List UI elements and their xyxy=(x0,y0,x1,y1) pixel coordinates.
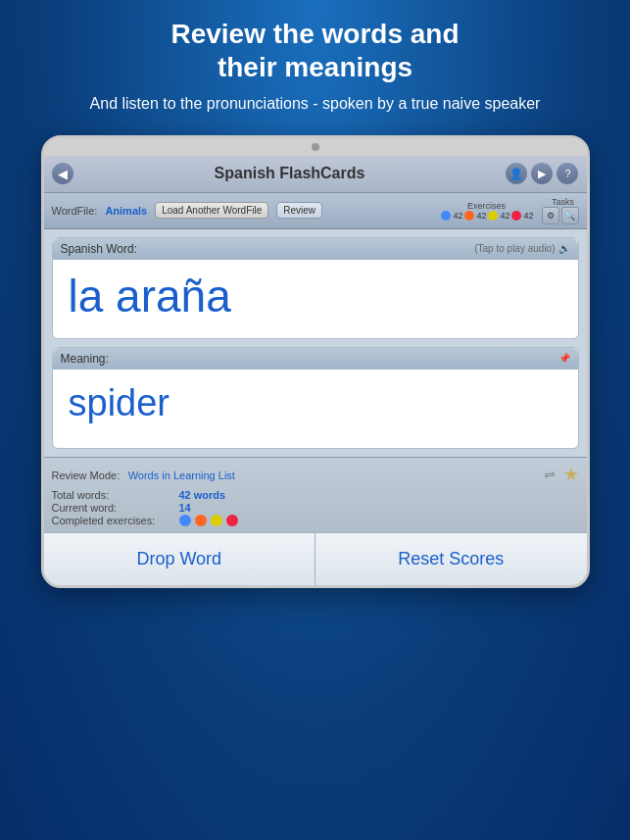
spanish-card-header: Spanish Word: (Tap to play audio) 🔊 xyxy=(53,238,578,260)
exercise-count-yellow: 42 xyxy=(500,211,509,221)
shuffle-icon[interactable]: ⇌ xyxy=(544,467,556,482)
stats-header-row: Review Mode: Words in Learning List ⇌ ★ xyxy=(52,464,579,485)
audio-icon: 🔊 xyxy=(558,243,570,254)
app-content: ◀ Spanish FlashCards 👤 ▶ ? WordFile: Ani… xyxy=(44,156,587,585)
review-mode-value: Words in Learning List xyxy=(128,469,235,481)
review-mode-row: Review Mode: Words in Learning List xyxy=(52,466,235,483)
stats-section: Review Mode: Words in Learning List ⇌ ★ … xyxy=(44,457,587,532)
nav-back-button[interactable]: ◀ xyxy=(52,163,73,184)
current-word-row: Current word: 14 xyxy=(52,502,579,514)
wordfile-label: WordFile: xyxy=(52,205,98,217)
nav-title: Spanish FlashCards xyxy=(215,165,365,182)
completed-exercises-label: Completed exercises: xyxy=(52,515,179,526)
wordfile-name: Animals xyxy=(105,205,147,217)
tasks-section: Tasks ⚙ 🔍 xyxy=(542,197,579,224)
background-subtitle: And listen to the pronunciations - spoke… xyxy=(90,93,541,115)
bottom-buttons: Drop Word Reset Scores xyxy=(44,532,587,585)
total-words-label: Total words: xyxy=(52,489,179,501)
reset-scores-button[interactable]: Reset Scores xyxy=(315,533,587,585)
load-wordfile-button[interactable]: Load Another WordFile xyxy=(155,202,268,219)
completed-dot-blue xyxy=(179,515,191,526)
tap-audio-label: (Tap to play audio) xyxy=(474,243,555,254)
user-icon: 👤 xyxy=(509,168,523,180)
back-icon: ◀ xyxy=(58,167,68,181)
nav-right-controls: 👤 ▶ ? xyxy=(506,163,578,184)
completed-dot-orange xyxy=(195,515,207,526)
completed-dot-red xyxy=(226,515,238,526)
toolbar-row: WordFile: Animals Load Another WordFile … xyxy=(44,193,587,229)
exercises-dots: 42 42 42 42 xyxy=(441,211,533,221)
total-words-value: 42 words xyxy=(179,489,226,501)
review-mode-label: Review Mode: xyxy=(52,469,121,481)
forward-icon: ▶ xyxy=(538,168,546,180)
device-camera xyxy=(312,143,319,151)
exercise-count-orange: 42 xyxy=(476,211,486,221)
current-word-value: 14 xyxy=(179,502,191,514)
total-words-row: Total words: 42 words xyxy=(52,489,579,501)
tap-audio-button[interactable]: (Tap to play audio) 🔊 xyxy=(474,243,569,254)
exercises-label: Exercises xyxy=(467,201,506,211)
completed-dot-yellow xyxy=(211,515,222,526)
task-icons: ⚙ 🔍 xyxy=(542,207,579,224)
meaning-card-label: Meaning: xyxy=(61,352,109,366)
help-icon: ? xyxy=(564,168,570,179)
exercise-dot-red xyxy=(511,211,521,221)
spanish-card-label: Spanish Word: xyxy=(61,242,138,256)
completed-exercises-row: Completed exercises: xyxy=(52,515,579,526)
exercise-dot-blue xyxy=(441,211,451,221)
pin-icon: 📌 xyxy=(558,353,570,364)
settings-icon-button[interactable]: ⚙ xyxy=(542,207,559,224)
exercise-dot-yellow xyxy=(488,211,498,221)
tasks-label: Tasks xyxy=(552,197,574,207)
nav-bar: ◀ Spanish FlashCards 👤 ▶ ? xyxy=(44,156,587,193)
spanish-word-text: la araña xyxy=(69,272,562,321)
meaning-card: Meaning: 📌 spider xyxy=(52,347,579,449)
nav-forward-button[interactable]: ▶ xyxy=(531,163,553,184)
meaning-card-header: Meaning: 📌 xyxy=(53,348,578,370)
background-header: Review the words and their meanings And … xyxy=(61,0,570,125)
review-button[interactable]: Review xyxy=(276,202,322,219)
spanish-card-body: la araña xyxy=(53,260,578,338)
exercise-dot-orange xyxy=(464,211,474,221)
star-icon[interactable]: ★ xyxy=(563,464,579,485)
exercise-count-blue: 42 xyxy=(453,211,462,221)
completed-dots xyxy=(179,515,238,526)
spanish-word-card[interactable]: Spanish Word: (Tap to play audio) 🔊 la a… xyxy=(52,237,579,339)
background-title: Review the words and their meanings xyxy=(90,18,541,83)
stats-actions: ⇌ ★ xyxy=(544,464,579,485)
meaning-card-body: spider xyxy=(53,370,578,448)
exercises-section: Exercises 42 42 42 42 xyxy=(441,201,533,221)
drop-word-button[interactable]: Drop Word xyxy=(44,533,316,585)
meaning-word-text: spider xyxy=(69,381,562,426)
user-icon-button[interactable]: 👤 xyxy=(506,163,527,184)
current-word-label: Current word: xyxy=(52,502,179,514)
stats-table: Total words: 42 words Current word: 14 C… xyxy=(52,489,579,526)
exercise-count-red: 42 xyxy=(523,211,533,221)
device-frame: ◀ Spanish FlashCards 👤 ▶ ? WordFile: Ani… xyxy=(41,135,590,588)
nav-help-button[interactable]: ? xyxy=(557,163,578,184)
search-icon-button[interactable]: 🔍 xyxy=(561,207,579,224)
card-area: Spanish Word: (Tap to play audio) 🔊 la a… xyxy=(44,229,587,457)
device-top-bar xyxy=(44,138,587,156)
